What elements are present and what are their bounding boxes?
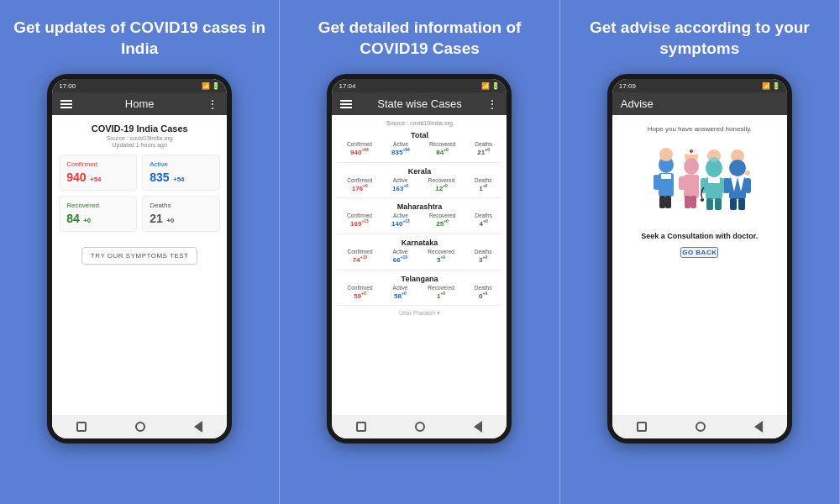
status-icons-2: 📶 🔋	[481, 82, 500, 90]
symptoms-button[interactable]: TRY OUR SYMPTOMS TEST	[81, 247, 198, 265]
nav-square-icon-3[interactable]	[637, 422, 647, 432]
svg-rect-11	[679, 176, 685, 190]
phone-1: 17:00 📶 🔋 Home ⋮ COVID-19 India Cases So…	[47, 74, 232, 444]
deaths-value: 21	[150, 212, 163, 225]
total-active: Active 835+54	[391, 141, 410, 156]
screen-2: 17:04 📶 🔋 State wise Cases ⋮ Source : co…	[332, 79, 507, 438]
screen-3: 17:09 📶 🔋 Advise Hope you have answered …	[612, 79, 787, 438]
source-text-1: Source : covid19india.org	[107, 135, 173, 141]
app-bar-title-2: State wise Cases	[377, 97, 461, 110]
status-bar-1: 17:00 📶 🔋	[52, 79, 227, 92]
overflow-menu-icon-1[interactable]: ⋮	[207, 98, 218, 110]
status-time-1: 17:00	[59, 82, 76, 90]
nav-bar-1	[52, 415, 227, 438]
status-time-3: 17:09	[619, 82, 636, 90]
nav-back-icon-3[interactable]	[754, 421, 763, 433]
svg-point-27	[701, 198, 704, 202]
nav-bar-3	[612, 415, 787, 438]
phone-2: 17:04 📶 🔋 State wise Cases ⋮ Source : co…	[327, 74, 512, 444]
svg-rect-33	[730, 198, 737, 210]
stat-recovered: Recovered 84 +0	[59, 196, 137, 232]
total-recovered: Recovered 84+0	[429, 141, 455, 156]
sub-source-2: Source : covid19india.org	[386, 120, 453, 126]
panel-2: Get detailed information of COVID19 Case…	[280, 0, 559, 504]
screen-content-2: Source : covid19india.org Total Confirme…	[332, 115, 507, 415]
svg-rect-18	[690, 150, 693, 152]
svg-rect-24	[706, 198, 713, 210]
nav-back-icon-2[interactable]	[474, 421, 482, 433]
recovered-label: Recovered	[66, 202, 129, 209]
svg-rect-32	[745, 178, 751, 193]
hamburger-icon-1[interactable]	[60, 100, 72, 108]
nav-circle-icon-2[interactable]	[415, 422, 425, 432]
panel-2-title: Get detailed information of COVID19 Case…	[288, 15, 550, 62]
svg-point-29	[729, 160, 746, 176]
svg-point-1	[659, 148, 673, 161]
svg-rect-6	[665, 196, 671, 208]
state-stats-maharashtra: Confirmed 169+13 Active 140+13 Recovered…	[337, 213, 501, 228]
recovered-delta: +0	[83, 217, 91, 224]
state-more: Uttar Pradesh ▾	[337, 308, 501, 318]
state-stats-karnataka: Confirmed 74+10 Active 66+10 Recovered 5…	[337, 249, 501, 264]
status-icons-1: 📶 🔋	[202, 82, 220, 90]
state-name-telangana: Telangana	[337, 273, 501, 283]
nav-back-icon-1[interactable]	[194, 421, 202, 433]
hamburger-icon-2[interactable]	[340, 100, 352, 108]
state-name-maharashtra: Maharashtra	[337, 201, 501, 211]
active-delta: +54	[173, 176, 185, 183]
panel-3: Get advise according to your symptoms 17…	[560, 0, 840, 504]
confirmed-delta: +54	[90, 176, 102, 183]
panel-1-title: Get updates of COVID19 cases in India	[8, 15, 270, 62]
stat-active: Active 835 +54	[142, 155, 220, 191]
svg-rect-25	[715, 198, 722, 210]
state-stats-kerala: Confirmed 176+0 Active 163+0 Recovered 1…	[337, 177, 501, 192]
screen-content-3: Hope you have answered honestly.	[612, 115, 787, 415]
nav-circle-icon-1[interactable]	[135, 422, 145, 432]
recovered-value: 84	[66, 212, 80, 225]
state-kerala: Kerala Confirmed 176+0 Active 163+0 Reco…	[337, 165, 501, 192]
go-back-button[interactable]: GO BACK	[680, 247, 718, 258]
nav-bar-2	[332, 415, 507, 438]
state-name-karnataka: Karnataka	[337, 237, 501, 247]
screen-content-1: COVID-19 India Cases Source : covid19ind…	[52, 115, 227, 415]
svg-point-9	[684, 158, 699, 175]
svg-rect-31	[724, 178, 730, 193]
status-bar-3: 17:09 📶 🔋	[612, 79, 787, 92]
app-bar-3: Advise	[612, 92, 787, 115]
state-stats-telangana: Confirmed 59+0 Active 58+0 Recovered 1+0	[337, 285, 501, 300]
active-label: Active	[150, 160, 213, 168]
svg-point-38	[710, 157, 718, 162]
divider-3	[337, 234, 501, 234]
app-bar-1: Home ⋮	[52, 92, 227, 115]
state-name-kerala: Kerala	[337, 165, 501, 176]
phone-3: 17:09 📶 🔋 Advise Hope you have answered …	[607, 74, 792, 444]
confirmed-label: Confirmed	[66, 160, 129, 168]
svg-rect-12	[693, 176, 699, 190]
svg-rect-13	[685, 196, 690, 208]
app-bar-title-3: Advise	[621, 97, 654, 110]
nav-square-icon-1[interactable]	[76, 422, 87, 432]
total-deaths: Deaths 21+0	[475, 141, 492, 156]
state-name-total: Total	[337, 129, 501, 139]
active-value: 835	[150, 171, 169, 184]
nav-square-icon-2[interactable]	[356, 422, 366, 432]
overflow-menu-icon-2[interactable]: ⋮	[486, 98, 498, 110]
status-icons-3: 📶 🔋	[762, 82, 780, 90]
total-confirmed: Confirmed 940+54	[347, 141, 372, 156]
svg-rect-34	[738, 198, 745, 210]
app-bar-2: State wise Cases ⋮	[332, 92, 507, 115]
stat-deaths: Deaths 21 +0	[142, 196, 220, 232]
nav-circle-icon-3[interactable]	[696, 422, 706, 432]
svg-rect-7	[661, 174, 671, 179]
status-bar-2: 17:04 📶 🔋	[332, 79, 507, 92]
stats-grid-1: Confirmed 940 +54 Active 835 +54	[59, 155, 220, 232]
divider-1	[337, 162, 501, 163]
svg-point-37	[745, 171, 750, 176]
stat-confirmed: Confirmed 940 +54	[59, 155, 137, 191]
status-time-2: 17:04	[339, 82, 355, 90]
divider-5	[337, 305, 501, 306]
divider-2	[337, 197, 501, 198]
svg-rect-26	[708, 177, 720, 183]
state-telangana: Telangana Confirmed 59+0 Active 58+0 Rec…	[337, 273, 501, 300]
app-bar-title-1: Home	[125, 97, 155, 110]
